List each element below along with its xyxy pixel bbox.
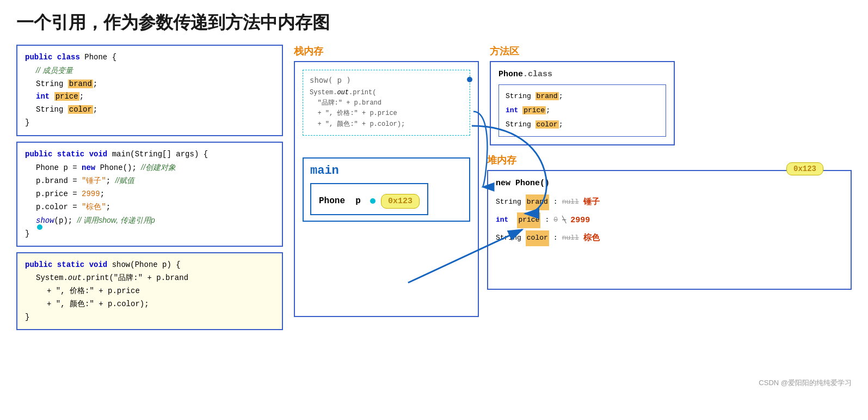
new-phone-label: new Phone() [496,179,843,188]
heap-box: 0x123 new Phone() String brand: null 锤子 … [487,170,852,290]
page-title: 一个引用，作为参数传递到方法中内存图 [16,11,852,35]
main-address-badge: 0x123 [381,194,420,209]
color-highlight: color [68,105,93,114]
show-code-box: public static void show(Phone p) { Syste… [16,252,283,330]
show-frame-content: System.out.print( "品牌:" + p.brand + ", 价… [310,88,463,130]
comment-member-var: // 成员变量 [36,66,73,75]
heap-field-row-brand: String brand: null 锤子 [496,193,843,211]
stack-label: 栈内存 [294,45,479,58]
show-call-dot [37,224,42,230]
heap-fields: String brand: null 锤子 int price: 0 ╲ 299… [496,193,843,247]
heap-address-badge: 0x123 [786,162,823,175]
show-frame: show( p ) System.out.print( "品牌:" + p.br… [303,70,470,136]
heap-area: 堆内存 0x123 new Phone() String brand: null… [487,154,852,290]
phone-p-dot [370,198,375,204]
stack-area: 栈内存 show( p ) System.out.print( "品牌:" + … [294,45,479,317]
price-highlight: price [54,92,79,101]
diagram-panel: 栈内存 show( p ) System.out.print( "品牌:" + … [294,45,852,388]
heap-field-row-price: int price: 0 ╲ 2999 [496,211,843,229]
show-frame-label: show( p ) [310,76,463,84]
heap-field-row-color: String color: null 棕色 [496,229,843,247]
phone-class-title: Phone.class [498,70,666,79]
main-frame-label: main [310,164,463,178]
show-frame-dot [467,77,472,82]
brand-highlight: brand [68,80,93,88]
main-frame: main Phone p 0x123 [303,157,470,222]
phone-p-box: Phone p 0x123 [310,183,428,215]
method-area: 方法区 Phone.class String brand; int price;… [490,45,675,145]
code-panel: public class Phone { // 成员变量 String bran… [16,45,283,330]
phone-class-inner: String brand; int price; String color; [498,84,666,137]
main-code-box: public static void main(String[] args) {… [16,142,283,247]
class-code-box: public class Phone { // 成员变量 String bran… [16,45,283,136]
method-box: Phone.class String brand; int price; Str… [490,61,675,145]
kw-public: public [25,53,52,62]
watermark: CSDN @爱阳阳的纯纯爱学习 [759,378,852,388]
method-area-label: 方法区 [490,45,675,58]
stack-box: show( p ) System.out.print( "品牌:" + p.br… [294,61,479,317]
